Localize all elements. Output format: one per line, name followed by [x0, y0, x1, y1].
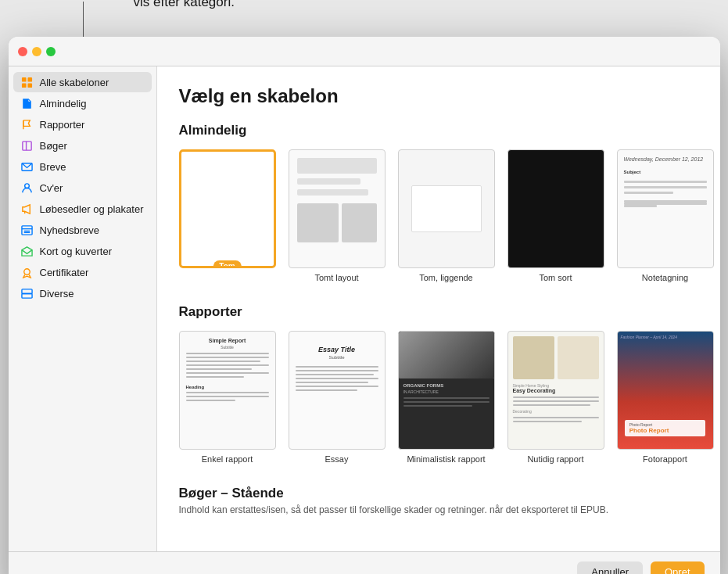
section-title-rapporter: Rapporter [179, 304, 698, 320]
template-item-notetagning[interactable]: Wednesday, December 12, 2012 Subject [617, 149, 714, 282]
tooltip-text: Vis alle skabeloner, eller vis efter kat… [134, 0, 277, 12]
svg-point-8 [25, 183, 30, 188]
svg-rect-1 [27, 77, 32, 81]
maximize-button[interactable] [46, 47, 56, 56]
sidebar-label: Breve [40, 161, 66, 173]
titlebar [9, 37, 720, 66]
template-thumb-tom[interactable]: Tom [179, 149, 276, 268]
megaphone-icon [21, 203, 34, 215]
section-title-almindelig: Almindelig [179, 123, 698, 138]
sidebar-item-breve[interactable]: Breve [13, 156, 152, 177]
certificate-icon [21, 266, 34, 278]
template-item-tom[interactable]: Tom [179, 149, 276, 282]
template-thumb-fotorapport[interactable]: Fashion Planner – April 14, 2024 Photo R… [617, 331, 714, 450]
template-grid-almindelig: Tom [179, 149, 698, 282]
svg-point-14 [24, 268, 30, 274]
section-almindelig: Almindelig Tom [179, 123, 698, 282]
template-label-tomt-layout: Tomt layout [314, 273, 358, 282]
template-item-fotorapport[interactable]: Fashion Planner – April 14, 2024 Photo R… [617, 331, 714, 464]
section-title-boger: Bøger – Stående [179, 486, 698, 501]
sidebar-label: Alle skabeloner [40, 77, 109, 88]
person-icon [21, 181, 34, 194]
template-grid-rapporter: Simple Report Subtitle [179, 331, 698, 464]
create-button[interactable]: Opret [651, 561, 705, 574]
template-thumb-tom-liggende[interactable] [398, 149, 495, 268]
minimize-button[interactable] [32, 47, 41, 56]
cancel-button[interactable]: Annuller [577, 561, 643, 574]
svg-rect-0 [22, 77, 27, 81]
template-item-enkel-rapport[interactable]: Simple Report Subtitle [179, 331, 276, 464]
content-area: Alle skabeloner Almindelig [9, 66, 720, 551]
sidebar-item-boger[interactable]: Bøger [13, 135, 152, 156]
main-area: Vælg en skabelon Almindelig Tom [157, 66, 720, 551]
sidebar-item-rapporter[interactable]: Rapporter [13, 114, 152, 135]
book-icon [21, 139, 34, 152]
template-thumb-nutidig-rapport[interactable]: Simple Home Styling Easy Decorating Deco… [507, 331, 604, 450]
template-thumb-enkel-rapport[interactable]: Simple Report Subtitle [179, 331, 276, 450]
template-label-essay: Essay [325, 454, 349, 464]
sidebar-item-cver[interactable]: Cv'er [13, 178, 152, 198]
selected-badge: Tom [213, 260, 241, 268]
template-thumb-minimalistisk-rapport[interactable]: ORGANIC FORMS IN ARCHITECTURE [398, 331, 495, 450]
sidebar-item-certifikater[interactable]: Certifikater [13, 262, 152, 282]
template-label-nutidig-rapport: Nutidig rapport [527, 454, 583, 464]
envelope-open-icon [21, 245, 34, 257]
template-label-minimalistisk-rapport: Minimalistisk rapport [407, 454, 485, 464]
svg-rect-2 [22, 83, 27, 88]
svg-rect-15 [22, 293, 32, 298]
sidebar-item-almindelig[interactable]: Almindelig [13, 93, 152, 113]
page-title: Vælg en skabelon [179, 85, 698, 107]
books-desc: Indhold kan erstattes/isen, så det passe… [179, 504, 698, 515]
sidebar-label: Løbesedler og plakater [40, 203, 144, 215]
sidebar-item-nyhedsbreve[interactable]: Nyhedsbreve [13, 220, 152, 240]
section-boger: Bøger – Stående Indhold kan erstattes/is… [179, 486, 698, 515]
sidebar-label: Kort og kuverter [40, 246, 113, 257]
sidebar-label: Diverse [40, 288, 74, 300]
template-item-tom-liggende[interactable]: Tom, liggende [398, 149, 495, 282]
template-thumb-tomt-layout[interactable] [289, 149, 386, 268]
svg-rect-3 [27, 83, 32, 88]
sidebar-label: Bøger [40, 140, 67, 152]
sidebar-label: Almindelig [40, 98, 87, 109]
newspaper-icon [21, 224, 34, 236]
template-thumb-tom-sort[interactable] [507, 149, 604, 268]
section-rapporter: Rapporter Simple Report Subtitle [179, 304, 698, 464]
template-thumb-notetagning[interactable]: Wednesday, December 12, 2012 Subject [617, 149, 714, 268]
close-button[interactable] [18, 47, 27, 56]
envelope-icon [21, 160, 34, 173]
sidebar-item-alle-skabeloner[interactable]: Alle skabeloner [13, 72, 152, 92]
template-item-minimalistisk-rapport[interactable]: ORGANIC FORMS IN ARCHITECTURE Minim [398, 331, 495, 464]
sidebar: Alle skabeloner Almindelig [9, 66, 157, 551]
grid-icon [21, 76, 34, 88]
svg-rect-5 [23, 141, 31, 149]
sidebar-label: Rapporter [40, 119, 85, 131]
svg-rect-10 [22, 225, 32, 234]
traffic-lights [18, 47, 56, 56]
doc-icon [21, 97, 34, 109]
window: Alle skabeloner Almindelig [9, 37, 720, 574]
template-label-notetagning: Notetagning [642, 273, 688, 282]
template-item-nutidig-rapport[interactable]: Simple Home Styling Easy Decorating Deco… [507, 331, 604, 464]
sidebar-item-diverse[interactable]: Diverse [13, 283, 152, 303]
bottom-bar: Annuller Opret [9, 551, 720, 574]
sidebar-item-kort-kuverter[interactable]: Kort og kuverter [13, 241, 152, 261]
sidebar-label: Certifikater [40, 267, 89, 278]
tooltip-line [83, 2, 84, 41]
template-label-tom-sort: Tom sort [539, 273, 572, 282]
sidebar-label: Cv'er [40, 182, 63, 194]
template-thumb-essay[interactable]: Essay Title Subtitle [289, 331, 386, 450]
template-label-tom-liggende: Tom, liggende [419, 273, 473, 282]
template-item-tom-sort[interactable]: Tom sort [507, 149, 604, 282]
sidebar-item-loebesedler[interactable]: Løbesedler og plakater [13, 199, 152, 219]
template-label-fotorapport: Fotorapport [643, 454, 687, 464]
sidebar-label: Nyhedsbreve [40, 224, 100, 236]
svg-rect-16 [22, 289, 32, 293]
template-label-enkel-rapport: Enkel rapport [202, 454, 253, 464]
tray-icon [21, 287, 34, 300]
template-item-tomt-layout[interactable]: Tomt layout [289, 149, 386, 282]
flag-icon [21, 118, 34, 131]
template-item-essay[interactable]: Essay Title Subtitle [289, 331, 386, 464]
